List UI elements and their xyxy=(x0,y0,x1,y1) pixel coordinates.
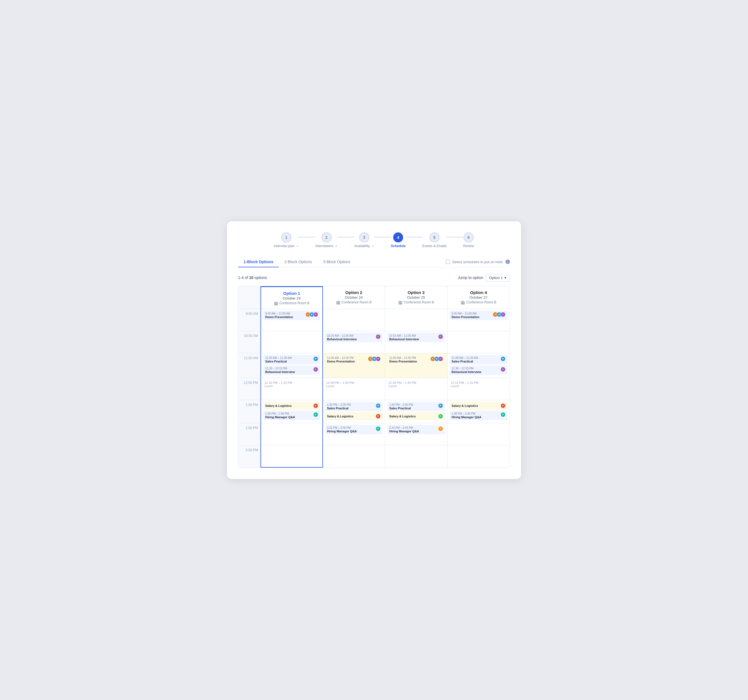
info-icon[interactable]: i xyxy=(506,260,510,264)
event-demo-col2[interactable]: 11:00 AM – 12:30 PM Demo Presentation A … xyxy=(325,355,383,364)
avatar-2: B xyxy=(500,356,506,361)
step-1-label: Interview plan ✓ xyxy=(274,244,298,248)
option-1-header[interactable]: Option 1 October 24 🏢 Conference Room B xyxy=(260,286,323,309)
event-sales-col4[interactable]: 11:00 AM – 11:30 AM Sales Practical B xyxy=(450,355,508,364)
event-hm-col4[interactable]: 1:30 PM – 2:00 PM Hiring Manager Q&A E xyxy=(450,411,508,420)
time-10am: 10:00 AM xyxy=(238,331,260,353)
event-behavioral2-col4[interactable]: 11:30 – 12:15 PM Behavioral Interview C xyxy=(450,366,508,375)
avatars-sales2-col3: B xyxy=(438,403,443,408)
event-hm-col2[interactable]: 2:15 PM – 2:45 PM Hiring Manager Q&A E xyxy=(325,425,383,434)
avatars-demo-col1: A B C xyxy=(306,312,318,317)
step-3-circle: 3 xyxy=(359,232,369,242)
col4-9am: 9:30 AM – 11:00 AM Demo Presentation A B… xyxy=(447,309,510,331)
salary-col2[interactable]: Salary & Logistics D xyxy=(325,412,383,420)
event-hm-col1[interactable]: 1:30 PM – 2:00 PM Hiring Manager Q&A E xyxy=(263,411,320,420)
col4-11am: 11:00 AM – 11:30 AM Sales Practical B 11… xyxy=(447,353,510,378)
jump-label: Jump to option xyxy=(458,275,483,280)
col2-9am xyxy=(323,309,385,331)
lunch-col2: 12:30 PM – 1:30 PMLunch xyxy=(325,380,383,389)
event-behavioral2-col1[interactable]: 11:30 – 12:15 PM Behavioral Interview C xyxy=(263,366,320,375)
time-1pm: 1:00 PM xyxy=(238,400,260,423)
step-5-circle: 5 xyxy=(429,232,439,242)
col3-9am xyxy=(385,309,447,331)
schedule-grid: Option 1 October 24 🏢 Conference Room B … xyxy=(238,286,510,468)
col1-2pm xyxy=(260,423,323,445)
jump-dropdown[interactable]: Option 1 ▾ xyxy=(485,274,510,281)
avatar-2: B xyxy=(313,356,318,361)
col4-2pm xyxy=(447,423,510,445)
event-demo-col4[interactable]: 9:30 AM – 11:00 AM Demo Presentation A B… xyxy=(450,311,508,320)
option-3-date: October 25 xyxy=(388,295,444,299)
col3-12pm: 12:30 PM – 1:30 PMLunch xyxy=(385,378,447,400)
hold-checkbox[interactable] xyxy=(445,260,450,264)
time-2pm: 2:00 PM xyxy=(238,423,260,445)
avatars-sales2-col2: B xyxy=(376,403,381,408)
avatars-hm-col2: E xyxy=(376,426,381,431)
event-demo-col3[interactable]: 11:00 AM – 12:30 PM Demo Presentation A … xyxy=(387,355,445,364)
option-2-title: Option 2 xyxy=(326,290,382,295)
col3-3pm xyxy=(385,445,447,468)
event-sales-col1[interactable]: 11:00 AM – 11:30 AM Sales Practical B xyxy=(263,355,320,364)
avatars-behavioral2-col1: C xyxy=(313,367,318,372)
avatar-4-col3: D xyxy=(438,414,443,419)
option-3-room: 🏢 Conference Room B xyxy=(388,301,444,305)
option-4-header[interactable]: Option 4 October 27 🏢 Conference Room B xyxy=(447,286,510,309)
step-6-circle: 6 xyxy=(464,232,474,242)
avatar-5: E xyxy=(500,412,506,417)
col3-2pm: 2:15 PM – 2:45 PM Hiring Manager Q&A F xyxy=(385,423,447,445)
step-2[interactable]: 2 Interviewers ✓ xyxy=(315,232,338,248)
main-card: 1 Interview plan ✓ 2 Interviewers ✓ 3 Av… xyxy=(227,221,521,479)
avatars-hm-col4: E xyxy=(500,412,506,417)
step-5[interactable]: 5 Events & Emails xyxy=(422,232,446,248)
avatar-3: C xyxy=(313,367,318,372)
salary-col3[interactable]: Salary & Logistics D xyxy=(387,412,445,420)
avatars-sales-col4: B xyxy=(500,356,506,361)
avatars-behavioral-col3: C xyxy=(438,334,443,339)
avatars-behavioral2-col4: C xyxy=(500,367,506,372)
salary-col1[interactable]: Salary & Logistics D xyxy=(263,402,320,410)
time-12pm: 12:00 PM xyxy=(238,378,260,400)
option-3-header[interactable]: Option 3 October 25 🏢 Conference Room B xyxy=(385,286,447,309)
avatar-4-col2: D xyxy=(376,414,381,419)
event-hm-col3[interactable]: 2:15 PM – 2:45 PM Hiring Manager Q&A F xyxy=(387,425,445,434)
step-2-circle: 2 xyxy=(322,232,331,242)
avatar-3: C xyxy=(376,334,381,339)
step-5-label: Events & Emails xyxy=(422,244,446,248)
tab-2-block[interactable]: 2-Block Options xyxy=(279,257,318,267)
step-3-label: Availability ✓ xyxy=(354,244,374,248)
step-1[interactable]: 1 Interview plan ✓ xyxy=(274,232,298,248)
event-sales2-col3[interactable]: 1:30 PM – 2:00 PM Sales Practical B xyxy=(387,402,445,411)
col4-3pm xyxy=(447,445,510,468)
col2-1pm: 1:30 PM – 2:00 PM Sales Practical B Sala… xyxy=(323,400,385,423)
salary-col4[interactable]: Salary & Logistics D xyxy=(450,402,508,410)
avatar-5: E xyxy=(313,412,318,417)
avatar-3: C xyxy=(500,312,506,317)
options-count: 1-4 of 10 options xyxy=(238,275,267,280)
event-behavioral-col2[interactable]: 10:15 AM – 11:00 AM Behavioral Interview… xyxy=(325,333,383,342)
lunch-col1: 12:15 PM – 1:15 PMLunch xyxy=(263,380,320,389)
step-4[interactable]: 4 Schedule xyxy=(391,232,406,248)
tab-1-block[interactable]: 1-Block Options xyxy=(238,257,279,267)
tab-3-block[interactable]: 3-Block Options xyxy=(318,257,356,267)
avatar-6: F xyxy=(438,426,443,431)
avatars-demo-col4: A B C xyxy=(493,312,506,317)
avatars-behavioral-col2: C xyxy=(376,334,381,339)
step-3[interactable]: 3 Availability ✓ xyxy=(354,232,374,248)
options-bar: 1-4 of 10 options Jump to option Option … xyxy=(238,274,510,281)
option-4-title: Option 4 xyxy=(450,290,507,295)
time-header xyxy=(238,286,260,309)
hold-label: Select schedules to put on hold. xyxy=(452,260,503,264)
option-2-header[interactable]: Option 2 October 24 🏢 Conference Room B xyxy=(323,286,385,309)
step-6[interactable]: 6 Review xyxy=(463,232,474,248)
avatar-4-col4: D xyxy=(500,403,506,408)
step-4-label: Schedule xyxy=(391,244,406,248)
step-4-circle: 4 xyxy=(393,232,403,242)
col3-11am: 11:00 AM – 12:30 PM Demo Presentation A … xyxy=(385,353,447,378)
event-sales2-col2[interactable]: 1:30 PM – 2:00 PM Sales Practical B xyxy=(325,402,383,411)
event-behavioral-col3[interactable]: 10:15 AM – 11:00 AM Behavioral Interview… xyxy=(387,333,445,342)
avatars-hm-col1: E xyxy=(313,412,318,417)
col2-2pm: 2:15 PM – 2:45 PM Hiring Manager Q&A E xyxy=(323,423,385,445)
col1-12pm: 12:15 PM – 1:15 PMLunch xyxy=(260,378,323,400)
col3-1pm: 1:30 PM – 2:00 PM Sales Practical B Sala… xyxy=(385,400,447,423)
event-demo-col1[interactable]: 9:30 AM – 11:00 AM Demo Presentation A B… xyxy=(263,311,320,320)
